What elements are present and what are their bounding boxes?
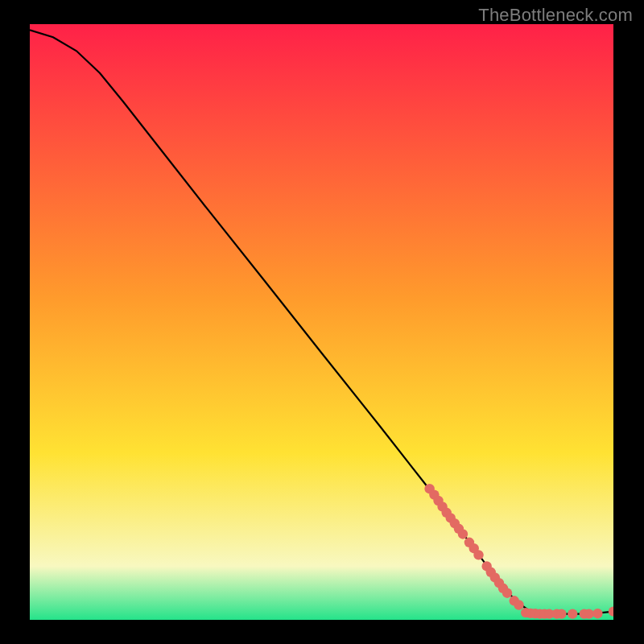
sample-dot bbox=[556, 609, 566, 618]
chart-svg bbox=[30, 24, 613, 620]
sample-dot bbox=[568, 609, 577, 618]
sample-dot bbox=[514, 600, 523, 609]
chart-area bbox=[30, 24, 613, 620]
sample-dot bbox=[473, 550, 483, 559]
sample-dot bbox=[592, 609, 602, 618]
gradient-background bbox=[30, 24, 613, 620]
sample-dot bbox=[584, 609, 593, 618]
sample-dot bbox=[502, 588, 512, 598]
sample-dot bbox=[458, 529, 468, 539]
stage: TheBottleneck.com bbox=[0, 0, 644, 644]
attribution-label: TheBottleneck.com bbox=[478, 5, 633, 26]
